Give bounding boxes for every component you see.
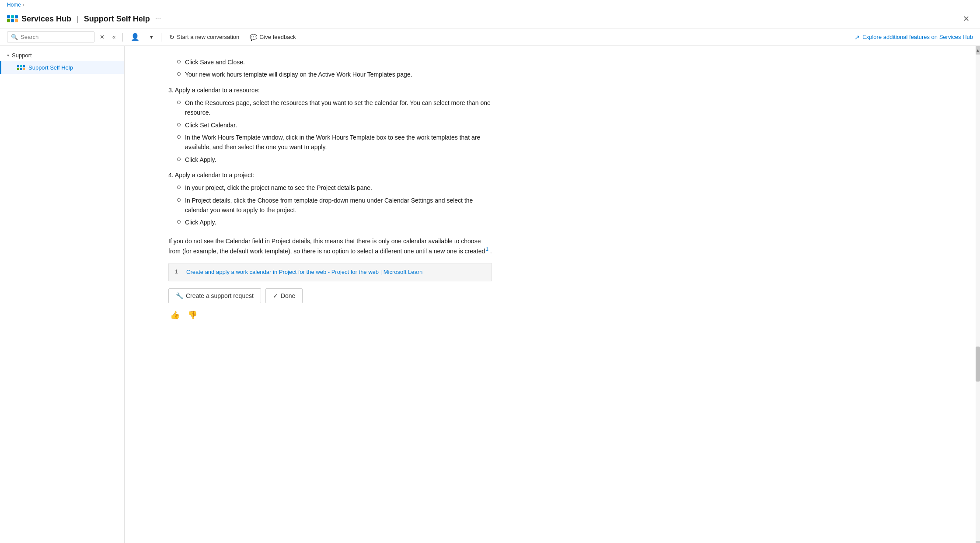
bullet-icon <box>177 220 181 224</box>
sidebar-item-label: Support Self Help <box>28 64 73 71</box>
footnote-number: 1 <box>175 268 182 276</box>
search-close-button[interactable]: ✕ <box>98 33 106 41</box>
done-label: Done <box>281 292 295 299</box>
list-item: On the Resources page, select the resour… <box>177 98 492 118</box>
footnote-link[interactable]: Create and apply a work calendar in Proj… <box>186 268 422 277</box>
app-title: Services Hub <box>21 14 71 24</box>
toolbar-divider-1 <box>122 33 123 42</box>
give-feedback-button[interactable]: 💬 Give feedback <box>246 32 299 42</box>
bullet-icon <box>177 123 181 126</box>
support-icon: 🔧 <box>176 292 183 299</box>
list-item-text: Click Apply. <box>185 217 216 227</box>
toolbar-divider-2 <box>161 33 161 42</box>
scroll-thumb[interactable] <box>976 347 980 382</box>
list-item: Click Set Calendar. <box>177 120 492 130</box>
thumbs-up-button[interactable]: 👍 <box>168 308 181 322</box>
list-item-text: On the Resources page, select the resour… <box>185 98 492 118</box>
sidebar-chevron-icon: ▾ <box>7 53 9 58</box>
bullet-list-4: In your project, click the project name … <box>177 183 492 228</box>
scrollbar[interactable]: ▲ ▼ <box>976 46 980 543</box>
title-bar: Services Hub | Support Self Help ··· ✕ <box>0 8 980 28</box>
sidebar: ▾ Support Support Self Help <box>0 46 125 543</box>
bullet-icon <box>177 198 181 202</box>
list-item-text: Click Set Calendar. <box>185 120 237 130</box>
thumbs-up-icon: 👍 <box>170 311 180 319</box>
title-separator: | <box>77 14 79 24</box>
section-4-heading: 4. Apply a calendar to a project: <box>168 172 492 179</box>
done-button[interactable]: ✓ Done <box>265 288 303 303</box>
start-conversation-button[interactable]: ↻ Start a new conversation <box>166 32 243 42</box>
list-item: In the Work Hours Template window, click… <box>177 133 492 152</box>
explore-label: Explore additional features on Services … <box>862 34 973 40</box>
explore-link[interactable]: ↗ Explore additional features on Service… <box>854 34 973 41</box>
list-item: Click Apply. <box>177 155 492 165</box>
sidebar-item-icon <box>17 65 25 70</box>
list-item: In Project details, click the Choose fro… <box>177 196 492 215</box>
thumbs-down-button[interactable]: 👎 <box>186 308 199 322</box>
start-conversation-label: Start a new conversation <box>177 34 239 40</box>
sidebar-group-label: Support <box>12 52 32 59</box>
list-item-text: Your new work hours template will displa… <box>185 70 412 79</box>
scroll-track <box>976 55 980 541</box>
footnote-paragraph: If you do not see the Calendar field in … <box>168 236 492 256</box>
give-feedback-label: Give feedback <box>259 34 296 40</box>
feedback-icons: 👍 👎 <box>168 308 492 322</box>
list-item-text: In the Work Hours Template window, click… <box>185 133 492 152</box>
scroll-up-button[interactable]: ▲ <box>976 46 980 55</box>
content-area[interactable]: ▲ ▼ Click Save and Close. Your new work … <box>125 46 980 543</box>
bullet-icon <box>177 60 181 63</box>
refresh-icon: ↻ <box>169 34 174 41</box>
search-icon: 🔍 <box>11 34 18 40</box>
sidebar-group-support[interactable]: ▾ Support <box>0 49 124 61</box>
user-icon: 👤 <box>131 33 140 41</box>
close-button[interactable]: ✕ <box>959 12 973 25</box>
back-button[interactable]: « <box>110 33 118 41</box>
chevron-down-icon: ▾ <box>150 34 153 40</box>
main-layout: ▾ Support Support Self Help ▲ <box>0 46 980 543</box>
action-buttons: 🔧 Create a support request ✓ Done <box>168 288 492 303</box>
bullet-list-3: On the Resources page, select the resour… <box>177 98 492 165</box>
list-item: Click Apply. <box>177 217 492 227</box>
list-item-text: In your project, click the project name … <box>185 183 372 193</box>
explore-icon: ↗ <box>854 34 860 41</box>
create-support-label: Create a support request <box>186 292 254 299</box>
bullet-icon <box>177 72 181 76</box>
bullet-icon <box>177 135 181 139</box>
bullet-icon <box>177 101 181 104</box>
list-item: In your project, click the project name … <box>177 183 492 193</box>
app-logo-icon <box>7 15 18 22</box>
more-options-icon[interactable]: ··· <box>155 15 161 23</box>
scroll-down-button[interactable]: ▼ <box>976 541 980 543</box>
sidebar-section-support: ▾ Support Support Self Help <box>0 46 124 77</box>
thumbs-down-icon: 👎 <box>188 311 197 319</box>
list-item-text: Click Save and Close. <box>185 57 245 67</box>
section-3-heading: 3. Apply a calendar to a resource: <box>168 87 492 94</box>
user-profile-button[interactable]: 👤 <box>127 31 143 43</box>
dropdown-button[interactable]: ▾ <box>146 32 157 42</box>
list-item-text: Click Apply. <box>185 155 216 165</box>
bullet-list-1: Click Save and Close. Your new work hour… <box>177 57 492 80</box>
footnote-superscript: 1 <box>486 247 488 252</box>
content-scroll: Click Save and Close. Your new work hour… <box>125 46 518 339</box>
bullet-icon <box>177 158 181 161</box>
sidebar-item-support-self-help[interactable]: Support Self Help <box>0 61 124 74</box>
feedback-icon: 💬 <box>250 34 257 41</box>
checkmark-icon: ✓ <box>273 292 278 299</box>
page-title: Support Self Help <box>84 14 150 24</box>
breadcrumb-chevron: › <box>23 2 24 8</box>
breadcrumb-home[interactable]: Home <box>7 2 21 8</box>
search-input[interactable] <box>21 34 82 40</box>
bullet-icon <box>177 186 181 189</box>
search-box[interactable]: 🔍 <box>7 32 94 42</box>
list-item: Click Save and Close. <box>177 57 492 67</box>
list-item: Your new work hours template will displa… <box>177 70 492 79</box>
toolbar: 🔍 ✕ « 👤 ▾ ↻ Start a new conversation 💬 G… <box>0 28 980 46</box>
create-support-request-button[interactable]: 🔧 Create a support request <box>168 288 261 303</box>
footnote-box: 1 Create and apply a work calendar in Pr… <box>168 263 492 281</box>
list-item-text: In Project details, click the Choose fro… <box>185 196 492 215</box>
